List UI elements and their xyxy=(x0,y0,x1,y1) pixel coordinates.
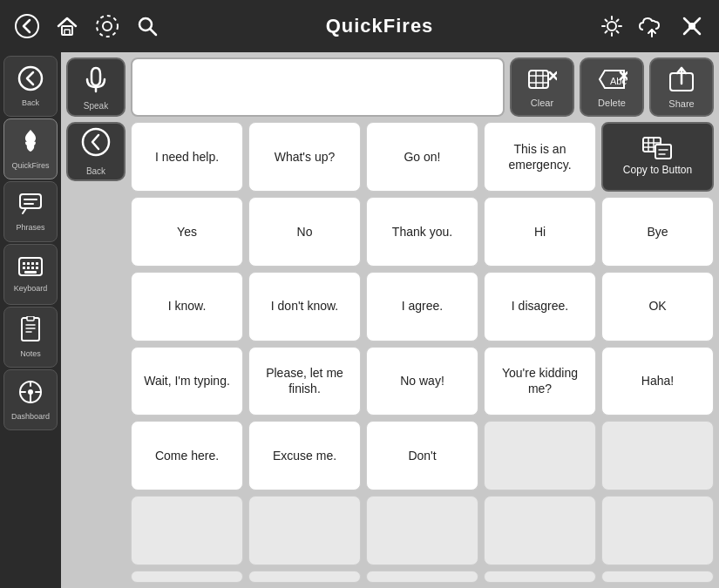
text-input[interactable] xyxy=(131,57,505,117)
phrase-cell[interactable]: Excuse me. xyxy=(248,421,361,490)
svg-line-13 xyxy=(617,31,619,33)
svg-rect-21 xyxy=(20,194,41,208)
clear-icon xyxy=(527,67,557,94)
speak-icon xyxy=(81,64,111,99)
svg-point-3 xyxy=(103,22,112,30)
back-nav-icon[interactable] xyxy=(10,10,44,43)
phrase-cell[interactable]: Come here. xyxy=(131,421,243,490)
phrase-cell-empty xyxy=(366,496,478,565)
sidebar-back-label: Back xyxy=(22,98,39,107)
sidebar-phrases-label: Phrases xyxy=(16,223,44,232)
svg-rect-38 xyxy=(27,316,34,321)
phrase-cell-empty xyxy=(601,421,714,490)
svg-rect-27 xyxy=(31,262,34,265)
sidebar-item-dashboard[interactable]: Dashboard xyxy=(3,369,58,430)
phrases-icon xyxy=(17,192,44,220)
phrase-cell[interactable]: Haha! xyxy=(601,347,714,416)
phrase-cell[interactable]: This is an emergency. xyxy=(484,122,596,192)
svg-rect-28 xyxy=(36,262,38,265)
svg-point-58 xyxy=(83,129,109,155)
phrase-cell-empty xyxy=(484,421,596,490)
settings-icon[interactable] xyxy=(91,10,124,43)
svg-line-15 xyxy=(606,31,607,33)
svg-line-14 xyxy=(617,20,619,22)
copy-to-button[interactable]: Copy to Button xyxy=(601,122,714,192)
phrase-cell[interactable]: You're kidding me? xyxy=(484,347,596,416)
svg-point-20 xyxy=(19,67,42,90)
speak-button[interactable]: Speak xyxy=(66,57,125,117)
phrase-cell[interactable]: Go on! xyxy=(366,122,478,192)
nav-right xyxy=(595,10,709,43)
svg-rect-33 xyxy=(24,271,37,274)
back-button[interactable]: Back xyxy=(66,122,125,181)
main-area: Back QuickFires Phrases xyxy=(0,52,719,588)
svg-line-12 xyxy=(606,20,607,22)
back-btn-label: Back xyxy=(86,166,105,176)
phrase-cell[interactable]: Don't xyxy=(366,421,478,490)
phrase-cell[interactable]: Bye xyxy=(601,197,714,267)
svg-rect-26 xyxy=(27,262,30,265)
phrase-cell[interactable]: Thank you. xyxy=(366,197,478,267)
clear-button[interactable]: Clear xyxy=(510,57,574,117)
phrase-cell[interactable]: Hi xyxy=(484,197,596,267)
svg-point-0 xyxy=(16,15,38,37)
top-bar: QuickFires xyxy=(0,0,719,52)
home-icon[interactable] xyxy=(51,10,84,43)
right-panel: Speak Clear xyxy=(61,52,719,588)
phrase-cell[interactable]: I know. xyxy=(131,272,243,341)
sidebar-item-back[interactable]: Back xyxy=(3,56,58,117)
sidebar: Back QuickFires Phrases xyxy=(0,52,61,588)
phrase-cell-empty xyxy=(248,571,361,583)
svg-rect-46 xyxy=(529,71,548,88)
phrase-cell-empty xyxy=(484,571,596,583)
sidebar-item-keyboard[interactable]: Keyboard xyxy=(3,244,58,305)
brightness-icon[interactable] xyxy=(595,10,628,43)
phrase-cell-empty xyxy=(248,496,361,565)
phrase-cell[interactable]: I need help. xyxy=(131,122,243,192)
delete-button[interactable]: Abc Delete xyxy=(580,57,644,117)
speak-label: Speak xyxy=(84,101,108,111)
svg-line-6 xyxy=(150,29,156,35)
page-title: QuickFires xyxy=(164,15,595,37)
back-sidebar-icon xyxy=(17,65,44,95)
sidebar-item-phrases[interactable]: Phrases xyxy=(3,181,58,242)
nav-left xyxy=(10,10,164,43)
sidebar-item-notes[interactable]: Notes xyxy=(3,307,58,368)
phrase-cell[interactable]: Wait, I'm typing. xyxy=(131,347,243,416)
phrase-cell-empty xyxy=(484,496,596,565)
delete-icon: Abc xyxy=(596,67,627,94)
phrase-cell[interactable]: I agree. xyxy=(366,272,478,341)
phrase-cell[interactable]: What's up? xyxy=(248,122,361,192)
clear-label: Clear xyxy=(531,98,553,108)
phrase-cell-empty xyxy=(601,571,714,583)
phrase-cell[interactable]: Please, let me finish. xyxy=(248,347,361,416)
sidebar-notes-label: Notes xyxy=(20,349,41,358)
phrase-cell[interactable]: No xyxy=(248,197,361,267)
delete-label: Delete xyxy=(598,98,626,108)
svg-rect-31 xyxy=(31,267,34,269)
svg-rect-32 xyxy=(36,267,38,269)
svg-rect-30 xyxy=(27,267,30,269)
svg-rect-1 xyxy=(62,26,72,35)
search-icon[interactable] xyxy=(131,10,164,43)
phrase-cell[interactable]: No way! xyxy=(366,347,478,416)
phrase-cell-empty xyxy=(131,571,243,583)
quickfires-icon xyxy=(18,128,43,158)
phrase-cell[interactable]: I disagree. xyxy=(484,272,596,341)
sidebar-dashboard-label: Dashboard xyxy=(11,412,50,421)
sidebar-item-quickfires[interactable]: QuickFires xyxy=(3,118,58,179)
sidebar-keyboard-label: Keyboard xyxy=(14,284,48,293)
back-btn-arrow-icon xyxy=(81,127,111,163)
phrase-cell-empty xyxy=(131,496,243,565)
share-label: Share xyxy=(668,98,694,109)
phrase-cell[interactable]: I don't know. xyxy=(248,272,361,341)
dashboard-icon xyxy=(17,379,44,409)
phrase-cell[interactable]: Yes xyxy=(131,197,243,267)
phrase-cell[interactable]: OK xyxy=(601,272,714,341)
phrase-cell-empty xyxy=(601,496,714,565)
cloud-sync-icon[interactable] xyxy=(635,10,668,43)
svg-point-4 xyxy=(97,16,118,37)
share-button[interactable]: Share xyxy=(649,57,714,117)
tools-icon[interactable] xyxy=(675,10,709,43)
notes-icon xyxy=(19,316,42,346)
